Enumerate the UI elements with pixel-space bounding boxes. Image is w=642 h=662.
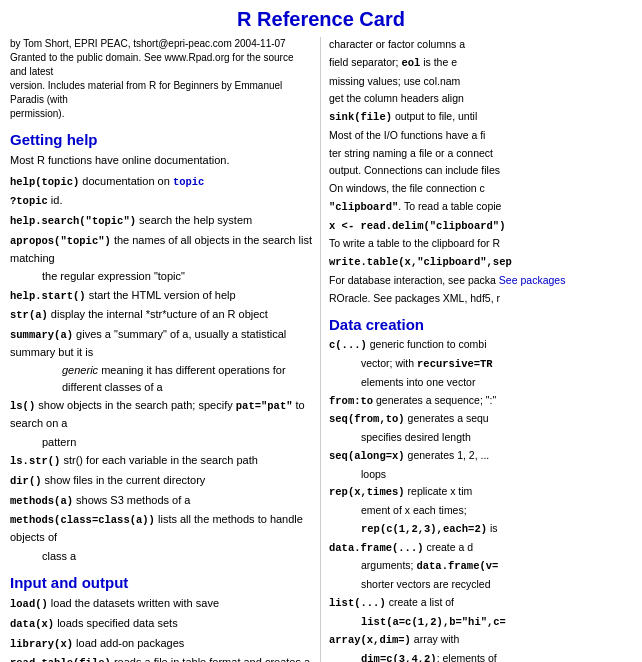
byline: by Tom Short, EPRI PEAC, tshort@epri-pea… bbox=[10, 37, 312, 121]
seq-along: seq(along=x) generates 1, 2, ... bbox=[329, 448, 632, 465]
getting-help-intro: Most R functions have online documentati… bbox=[10, 152, 312, 169]
str-a: str(a) display the internal *str*ucture … bbox=[10, 306, 312, 324]
library-x: library(x) load add-on packages bbox=[10, 635, 312, 653]
read-table: read.table(file) reads a file in table f… bbox=[10, 654, 312, 662]
load: load() load the datasets written with sa… bbox=[10, 595, 312, 613]
data-frame: data.frame(...) create a d bbox=[329, 540, 632, 557]
rep-2: rep(c(1,2,3),each=2) is bbox=[329, 521, 632, 538]
input-output-title: Input and output bbox=[10, 574, 312, 591]
methods-a: methods(a) shows S3 methods of a bbox=[10, 492, 312, 510]
seq-from-to: seq(from,to) generates a sequ bbox=[329, 411, 632, 428]
list: list(...) create a list of bbox=[329, 595, 632, 612]
data-frame-2: shorter vectors are recycled bbox=[329, 577, 632, 593]
from-to: from:to generates a sequence; ":" bbox=[329, 393, 632, 410]
help-question: ?topic id. bbox=[10, 192, 312, 210]
array: array(x,dim=) array with bbox=[329, 632, 632, 649]
help-start: help.start() start the HTML version of h… bbox=[10, 287, 312, 305]
seq-along-indent: loops bbox=[329, 467, 632, 483]
data-x: data(x) loads specified data sets bbox=[10, 615, 312, 633]
page-title: R Reference Card bbox=[237, 8, 405, 30]
list-1: list(a=c(1,2),b="hi",c= bbox=[329, 614, 632, 631]
c-func-2: elements into one vector bbox=[329, 375, 632, 391]
summary-indent: generic meaning it has different operati… bbox=[10, 362, 312, 395]
right-top-text: character or factor columns a field sepa… bbox=[329, 37, 632, 306]
rep: rep(x,times) replicate x tim bbox=[329, 484, 632, 501]
see-packages-link[interactable]: See packages bbox=[499, 274, 566, 286]
apropos: apropos("topic") the names of all object… bbox=[10, 232, 312, 266]
seq-indent: specifies desired length bbox=[329, 430, 632, 446]
ls-str: ls.str() str() for each variable in the … bbox=[10, 452, 312, 470]
dir: dir() show files in the current director… bbox=[10, 472, 312, 490]
ls: ls() show objects in the search path; sp… bbox=[10, 397, 312, 431]
methods-class-indent: class a bbox=[10, 548, 312, 565]
rep-1: ement of x each times; bbox=[329, 503, 632, 519]
help-search: help.search("topic") search the help sys… bbox=[10, 212, 312, 230]
data-creation-entries: c(...) generic function to combi vector;… bbox=[329, 337, 632, 662]
right-column: character or factor columns a field sepa… bbox=[321, 37, 632, 662]
apropos-indent: the regular expression "topic" bbox=[10, 268, 312, 285]
left-column: by Tom Short, EPRI PEAC, tshort@epri-pea… bbox=[10, 37, 321, 662]
c-func-1: vector; with recursive=TR bbox=[329, 356, 632, 373]
methods-class: methods(class=class(a)) lists all the me… bbox=[10, 511, 312, 545]
data-frame-1: arguments; data.frame(v= bbox=[329, 558, 632, 575]
ls-indent: pattern bbox=[10, 434, 312, 451]
c-func: c(...) generic function to combi bbox=[329, 337, 632, 354]
data-creation-title: Data creation bbox=[329, 316, 632, 333]
help-topic: help(topic) documentation on topic bbox=[10, 173, 312, 191]
getting-help-title: Getting help bbox=[10, 131, 312, 148]
summary-a: summary(a) gives a "summary" of a, usual… bbox=[10, 326, 312, 360]
array-1: dim=c(3,4,2); elements of bbox=[329, 651, 632, 662]
